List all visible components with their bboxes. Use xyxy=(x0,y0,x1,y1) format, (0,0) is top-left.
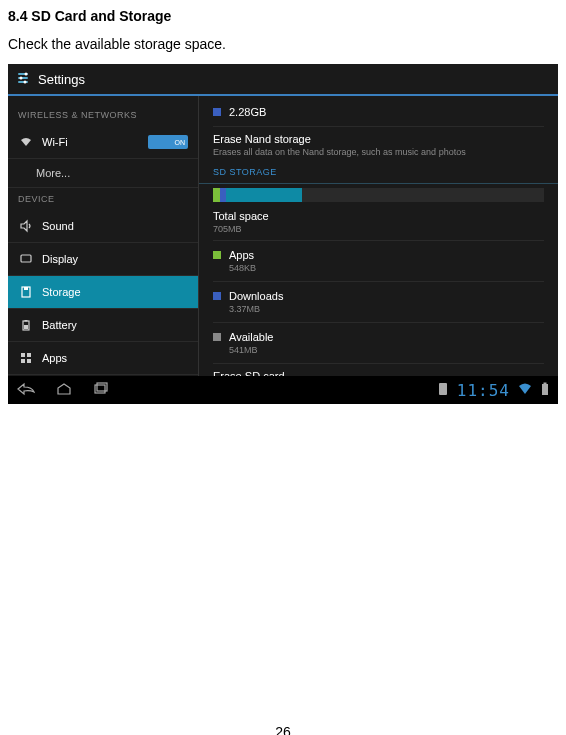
battery-status-icon xyxy=(540,382,550,398)
home-button[interactable] xyxy=(54,382,74,398)
downloads-title: Downloads xyxy=(229,290,283,302)
erase-nand-sub: Erases all data on the Nand storage, suc… xyxy=(213,147,544,157)
status-clock: 11:54 xyxy=(457,381,510,400)
wifi-label: Wi-Fi xyxy=(42,136,68,148)
swatch-available xyxy=(213,333,221,341)
total-space-value: 705MB xyxy=(213,224,544,234)
usage-seg-apps xyxy=(213,188,220,202)
display-icon xyxy=(18,251,34,267)
section-personal: PERSONAL xyxy=(8,375,198,376)
svg-point-3 xyxy=(25,73,28,76)
svg-rect-11 xyxy=(24,325,28,329)
back-button[interactable] xyxy=(16,382,36,398)
svg-point-5 xyxy=(24,81,27,84)
apps-label: Apps xyxy=(42,352,67,364)
sidebar-item-battery[interactable]: Battery xyxy=(8,309,198,342)
recent-button[interactable] xyxy=(92,382,110,398)
wifi-toggle[interactable]: ON xyxy=(148,135,188,149)
divider xyxy=(213,126,544,127)
svg-rect-10 xyxy=(25,320,28,322)
app-header: Settings xyxy=(8,64,558,96)
svg-rect-18 xyxy=(439,383,447,395)
total-space-title: Total space xyxy=(213,210,544,222)
available-value: 541MB xyxy=(229,345,273,355)
doc-heading: 8.4 SD Card and Storage xyxy=(0,0,566,28)
erase-sd-button[interactable]: Erase SD card Erases all data on the SD … xyxy=(199,366,558,376)
usage-seg-downloads xyxy=(220,188,227,202)
divider xyxy=(213,240,544,241)
wifi-status-icon xyxy=(518,382,532,398)
section-wireless: WIRELESS & NETWORKS xyxy=(8,104,198,126)
android-screenshot: Settings WIRELESS & NETWORKS Wi-Fi ON Mo… xyxy=(8,64,558,404)
settings-icon xyxy=(16,70,38,88)
sidebar-item-apps[interactable]: Apps xyxy=(8,342,198,375)
more-label: More... xyxy=(36,167,70,179)
wifi-icon xyxy=(18,134,34,150)
section-divider xyxy=(199,183,558,184)
svg-rect-20 xyxy=(544,383,547,385)
storage-detail: 2.28GB Erase Nand storage Erases all dat… xyxy=(199,96,558,376)
apps-row[interactable]: Apps 548KB xyxy=(199,243,558,279)
available-title: Available xyxy=(229,331,273,343)
apps-icon xyxy=(18,350,34,366)
page-number: 26 xyxy=(0,684,566,735)
display-label: Display xyxy=(42,253,78,265)
swatch-downloads xyxy=(213,292,221,300)
system-bar: 11:54 xyxy=(8,376,558,404)
erase-sd-title: Erase SD card xyxy=(213,370,544,376)
svg-rect-12 xyxy=(21,353,25,357)
swatch-apps xyxy=(213,251,221,259)
sidebar-item-more[interactable]: More... xyxy=(8,159,198,188)
downloads-row[interactable]: Downloads 3.37MB xyxy=(199,284,558,320)
erase-nand-button[interactable]: Erase Nand storage Erases all data on th… xyxy=(199,129,558,161)
settings-sidebar: WIRELESS & NETWORKS Wi-Fi ON More... DEV… xyxy=(8,96,198,376)
storage-icon xyxy=(18,284,34,300)
svg-rect-13 xyxy=(27,353,31,357)
apps-title: Apps xyxy=(229,249,256,261)
divider xyxy=(213,281,544,282)
svg-rect-6 xyxy=(21,255,31,262)
storage-label: Storage xyxy=(42,286,81,298)
usage-seg-other xyxy=(226,188,302,202)
swatch-top xyxy=(213,108,221,116)
divider xyxy=(213,322,544,323)
sidebar-item-sound[interactable]: Sound xyxy=(8,210,198,243)
sidebar-item-storage[interactable]: Storage xyxy=(8,276,198,309)
downloads-value: 3.37MB xyxy=(229,304,283,314)
svg-rect-8 xyxy=(24,287,28,290)
sd-storage-section: SD STORAGE xyxy=(199,161,558,181)
battery-label: Battery xyxy=(42,319,77,331)
battery-icon xyxy=(18,317,34,333)
detail-top-value[interactable]: 2.28GB xyxy=(199,100,558,124)
section-device: DEVICE xyxy=(8,188,198,210)
total-space-row[interactable]: Total space 705MB xyxy=(199,206,558,238)
sd-notification-icon[interactable] xyxy=(437,382,449,398)
apps-value: 548KB xyxy=(229,263,256,273)
top-value-text: 2.28GB xyxy=(229,106,266,118)
erase-nand-title: Erase Nand storage xyxy=(213,133,544,145)
svg-rect-19 xyxy=(542,384,548,395)
svg-rect-14 xyxy=(21,359,25,363)
sound-label: Sound xyxy=(42,220,74,232)
app-title: Settings xyxy=(38,72,85,87)
svg-point-4 xyxy=(20,77,23,80)
sidebar-item-wifi[interactable]: Wi-Fi ON xyxy=(8,126,198,159)
doc-subtext: Check the available storage space. xyxy=(0,28,566,64)
sound-icon xyxy=(18,218,34,234)
storage-usage-bar xyxy=(213,188,544,202)
available-row[interactable]: Available 541MB xyxy=(199,325,558,361)
sidebar-item-display[interactable]: Display xyxy=(8,243,198,276)
divider xyxy=(213,363,544,364)
svg-rect-15 xyxy=(27,359,31,363)
